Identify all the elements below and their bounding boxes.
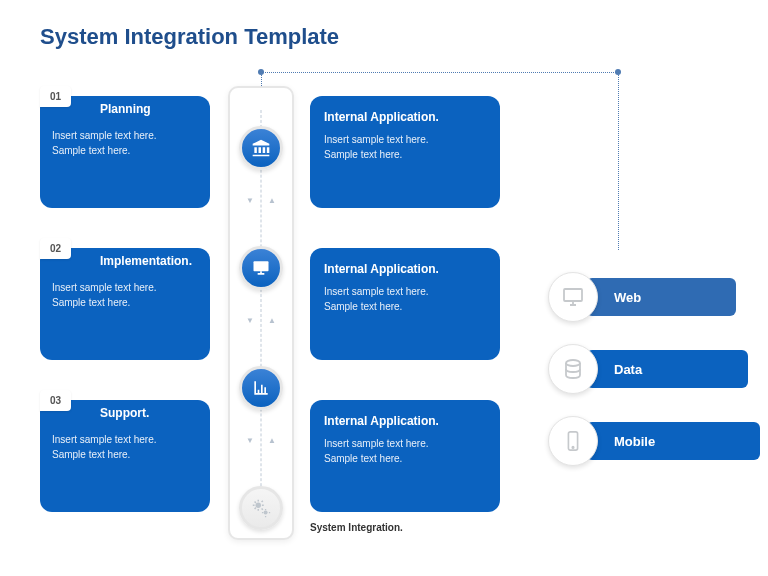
svg-point-1 — [256, 503, 262, 509]
step-body-line2: Sample text here. — [52, 449, 130, 460]
timeline: ▼▲ ▼▲ ▼▲ — [228, 86, 294, 540]
app-body-line1: Insert sample text here. — [324, 438, 429, 449]
app-card-1: Internal Application. Insert sample text… — [310, 96, 500, 208]
svg-point-6 — [572, 447, 573, 448]
step-title: Planning — [100, 102, 198, 116]
step-number: 01 — [40, 86, 71, 107]
step-body-line1: Insert sample text here. — [52, 130, 157, 141]
svg-point-2 — [264, 511, 268, 515]
app-card-3: Internal Application. Insert sample text… — [310, 400, 500, 512]
channel-label: Mobile — [614, 434, 655, 449]
timeline-node-2 — [239, 246, 283, 290]
app-title: Internal Application. — [324, 262, 486, 276]
timeline-node-4 — [239, 486, 283, 530]
app-title: Internal Application. — [324, 414, 486, 428]
step-title: Support. — [100, 406, 198, 420]
database-icon — [561, 357, 585, 381]
app-body-line1: Insert sample text here. — [324, 286, 429, 297]
timeline-arrows: ▼▲ — [246, 308, 276, 332]
channel-pill: Web — [586, 278, 736, 316]
connector-v-right — [618, 72, 619, 250]
step-body-line2: Sample text here. — [52, 297, 130, 308]
step-card-support: 03 Support. Insert sample text here. Sam… — [40, 400, 210, 512]
app-body-line2: Sample text here. — [324, 453, 402, 464]
step-card-planning: 01 Planning Insert sample text here. Sam… — [40, 96, 210, 208]
step-body: Insert sample text here. Sample text her… — [52, 432, 198, 462]
app-body-line2: Sample text here. — [324, 149, 402, 160]
step-number: 03 — [40, 390, 71, 411]
app-body: Insert sample text here. Sample text her… — [324, 436, 486, 466]
app-body: Insert sample text here. Sample text her… — [324, 284, 486, 314]
channel-circle — [548, 272, 598, 322]
channel-circle — [548, 416, 598, 466]
channel-circle — [548, 344, 598, 394]
connector-h — [261, 72, 618, 73]
step-body: Insert sample text here. Sample text her… — [52, 280, 198, 310]
step-body: Insert sample text here. Sample text her… — [52, 128, 198, 158]
step-body-line1: Insert sample text here. — [52, 434, 157, 445]
timeline-node-1 — [239, 126, 283, 170]
timeline-arrows: ▼▲ — [246, 188, 276, 212]
channel-pill: Data — [586, 350, 748, 388]
mobile-icon — [562, 430, 584, 452]
svg-rect-3 — [564, 289, 582, 301]
channel-label: Data — [614, 362, 642, 377]
board-icon — [251, 258, 271, 278]
caption: System Integration. — [310, 522, 403, 533]
monitor-icon — [561, 285, 585, 309]
app-body-line2: Sample text here. — [324, 301, 402, 312]
gears-icon — [250, 497, 272, 519]
bank-icon — [251, 138, 271, 158]
svg-rect-0 — [254, 261, 269, 271]
svg-point-4 — [566, 360, 580, 366]
channel-label: Web — [614, 290, 641, 305]
timeline-node-3 — [239, 366, 283, 410]
channel-pill: Mobile — [586, 422, 760, 460]
app-body: Insert sample text here. Sample text her… — [324, 132, 486, 162]
step-body-line1: Insert sample text here. — [52, 282, 157, 293]
app-card-2: Internal Application. Insert sample text… — [310, 248, 500, 360]
step-body-line2: Sample text here. — [52, 145, 130, 156]
page-title: System Integration Template — [40, 24, 339, 50]
app-title: Internal Application. — [324, 110, 486, 124]
connector-v-left — [261, 72, 262, 86]
app-body-line1: Insert sample text here. — [324, 134, 429, 145]
chart-icon — [251, 378, 271, 398]
step-title: Implementation. — [100, 254, 198, 268]
step-card-implementation: 02 Implementation. Insert sample text he… — [40, 248, 210, 360]
timeline-arrows: ▼▲ — [246, 428, 276, 452]
step-number: 02 — [40, 238, 71, 259]
